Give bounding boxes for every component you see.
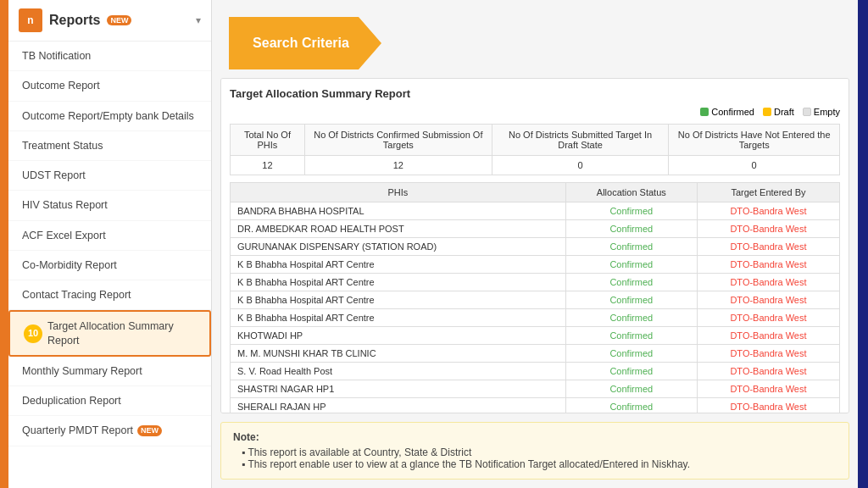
phi-cell: K B Bhabha Hospital ART Centre xyxy=(231,274,566,291)
table-row: BANDRA BHABHA HOSPITALConfirmedDTO-Bandr… xyxy=(231,202,840,220)
phi-cell: GURUNANAK DISPENSARY (STATION ROAD) xyxy=(231,238,566,256)
entered-by-cell: DTO-Bandra West xyxy=(697,345,839,363)
detail-header-entered-by: Target Entered By xyxy=(697,183,839,202)
phi-cell: BANDRA BHABHA HOSPITAL xyxy=(231,202,566,220)
left-orange-strip xyxy=(0,0,8,488)
table-row: SHERALI RAJAN HPConfirmedDTO-Bandra West xyxy=(231,398,840,414)
new-badge: NEW xyxy=(107,15,131,25)
confirmed-dot xyxy=(700,108,709,116)
note-line-2: This report enable user to view at a gla… xyxy=(242,458,837,470)
table-row: KHOTWADI HPConfirmedDTO-Bandra West xyxy=(231,327,840,345)
phi-cell: K B Bhabha Hospital ART Centre xyxy=(231,291,566,309)
summary-val-4: 0 xyxy=(669,156,840,175)
table-row: SHASTRI NAGAR HP1ConfirmedDTO-Bandra Wes… xyxy=(231,380,840,398)
phi-cell: S. V. Road Health Post xyxy=(231,363,566,380)
phi-cell: M. M. MUNSHI KHAR TB CLINIC xyxy=(231,345,566,363)
detail-header-phi: PHIs xyxy=(231,183,566,202)
sidebar-item-tb-notification[interactable]: TB Notification xyxy=(8,42,211,71)
legend-confirmed: Confirmed xyxy=(700,107,754,117)
entered-by-cell: DTO-Bandra West xyxy=(697,327,839,345)
table-row: K B Bhabha Hospital ART CentreConfirmedD… xyxy=(231,309,840,327)
detail-header-status: Allocation Status xyxy=(565,183,697,202)
sidebar-item-udst-report[interactable]: UDST Report xyxy=(8,161,211,191)
detail-table: PHIs Allocation Status Target Entered By… xyxy=(230,182,840,413)
entered-by-cell: DTO-Bandra West xyxy=(697,274,839,291)
table-row: K B Bhabha Hospital ART CentreConfirmedD… xyxy=(231,291,840,309)
entered-by-cell: DTO-Bandra West xyxy=(697,202,839,220)
sidebar-item-label: Target Allocation Summary Report xyxy=(47,319,196,347)
sidebar-header: n Reports NEW ▾ xyxy=(8,0,211,42)
report-area: Target Allocation Summary Report Confirm… xyxy=(220,78,849,413)
phi-cell: DR. AMBEDKAR ROAD HEALTH POST xyxy=(231,220,566,238)
status-cell: Confirmed xyxy=(565,202,697,220)
note-area: Note: This report is available at Countr… xyxy=(220,422,849,480)
status-cell: Confirmed xyxy=(565,238,697,256)
summary-val-1: 12 xyxy=(231,156,305,175)
table-row: GURUNANAK DISPENSARY (STATION ROAD)Confi… xyxy=(231,238,840,256)
main-content: Search Criteria Target Allocation Summar… xyxy=(212,0,858,488)
status-cell: Confirmed xyxy=(565,291,697,309)
phi-cell: K B Bhabha Hospital ART Centre xyxy=(231,256,566,274)
status-cell: Confirmed xyxy=(565,309,697,327)
status-cell: Confirmed xyxy=(565,220,697,238)
legend-empty: Empty xyxy=(803,107,840,117)
sidebar-item-treatment-status[interactable]: Treatment Status xyxy=(8,131,211,161)
status-cell: Confirmed xyxy=(565,345,697,363)
sidebar-item-monthly-summary-report[interactable]: Monthly Summary Report xyxy=(8,357,211,386)
entered-by-cell: DTO-Bandra West xyxy=(697,291,839,309)
sidebar-item-outcome-report-empty[interactable]: Outcome Report/Empty bank Details xyxy=(8,102,211,131)
status-cell: Confirmed xyxy=(565,274,697,291)
sidebar-item-hiv-status-report[interactable]: HIV Status Report xyxy=(8,191,211,220)
sidebar-item-co-morbidity-report[interactable]: Co-Morbidity Report xyxy=(8,251,211,280)
status-cell: Confirmed xyxy=(565,327,697,345)
summary-table: Total No Of PHIs No Of Districts Confirm… xyxy=(230,124,840,175)
sidebar-item-quarterly-pmdt-report[interactable]: Quarterly PMDT Report NEW xyxy=(8,416,211,446)
table-row: S. V. Road Health PostConfirmedDTO-Bandr… xyxy=(231,363,840,380)
legend-draft: Draft xyxy=(763,107,794,117)
item-number: 10 xyxy=(24,324,42,343)
summary-val-2: 12 xyxy=(304,156,492,175)
draft-label: Draft xyxy=(774,107,794,117)
entered-by-cell: DTO-Bandra West xyxy=(697,363,839,380)
sidebar-item-contact-tracing-report[interactable]: Contact Tracing Report xyxy=(8,280,211,310)
summary-header-4: No Of Districts Have Not Entered the Tar… xyxy=(669,125,840,156)
entered-by-cell: DTO-Bandra West xyxy=(697,309,839,327)
entered-by-cell: DTO-Bandra West xyxy=(697,256,839,274)
note-line-1: This report is available at Country, Sta… xyxy=(242,446,837,458)
table-row: K B Bhabha Hospital ART CentreConfirmedD… xyxy=(231,274,840,291)
report-title: Target Allocation Summary Report xyxy=(230,87,840,100)
summary-header-1: Total No Of PHIs xyxy=(231,125,305,156)
search-criteria-label: Search Criteria xyxy=(229,17,381,69)
table-row: DR. AMBEDKAR ROAD HEALTH POSTConfirmedDT… xyxy=(231,220,840,238)
sidebar-logo: n xyxy=(19,8,42,32)
sidebar-item-acf-excel-export[interactable]: ACF Excel Export xyxy=(8,221,211,251)
legend: Confirmed Draft Empty xyxy=(230,107,840,117)
draft-dot xyxy=(763,108,771,116)
confirmed-label: Confirmed xyxy=(711,107,754,117)
status-cell: Confirmed xyxy=(565,363,697,380)
sidebar-item-deduplication-report[interactable]: Deduplication Report xyxy=(8,386,211,416)
search-arrow: Search Criteria xyxy=(229,17,381,69)
sidebar-chevron[interactable]: ▾ xyxy=(196,14,201,26)
status-cell: Confirmed xyxy=(565,380,697,398)
entered-by-cell: DTO-Bandra West xyxy=(697,238,839,256)
note-list: This report is available at Country, Sta… xyxy=(233,446,837,470)
note-title: Note: xyxy=(233,431,837,443)
sidebar-item-outcome-report[interactable]: Outcome Report xyxy=(8,71,211,101)
sidebar-title: Reports xyxy=(49,13,100,28)
phi-cell: K B Bhabha Hospital ART Centre xyxy=(231,309,566,327)
search-criteria-area: Search Criteria xyxy=(212,0,858,78)
entered-by-cell: DTO-Bandra West xyxy=(697,380,839,398)
sidebar-item-target-allocation-summary[interactable]: 10 Target Allocation Summary Report xyxy=(8,310,211,357)
svg-text:n: n xyxy=(27,14,33,26)
phi-cell: SHERALI RAJAN HP xyxy=(231,398,566,414)
entered-by-cell: DTO-Bandra West xyxy=(697,220,839,238)
table-row: M. M. MUNSHI KHAR TB CLINICConfirmedDTO-… xyxy=(231,345,840,363)
empty-label: Empty xyxy=(814,107,840,117)
empty-dot xyxy=(803,108,811,116)
status-cell: Confirmed xyxy=(565,398,697,414)
sidebar: n Reports NEW ▾ TB Notification Outcome … xyxy=(8,0,212,488)
phi-cell: SHASTRI NAGAR HP1 xyxy=(231,380,566,398)
phi-cell: KHOTWADI HP xyxy=(231,327,566,345)
summary-header-3: No Of Districts Submitted Target In Draf… xyxy=(492,125,669,156)
